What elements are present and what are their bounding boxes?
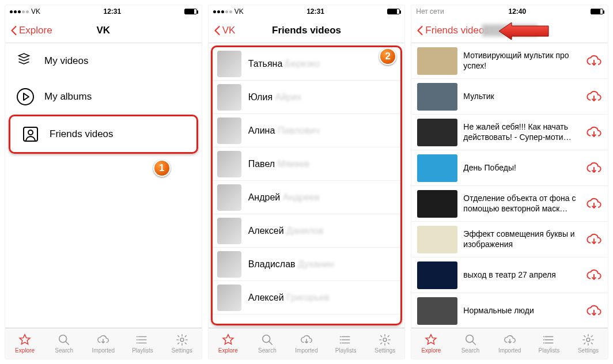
video-list: Мотивирующий мультик про успех! Мультик …	[411, 43, 608, 328]
video-row[interactable]: Эффект совмещения буквы и изображения	[411, 222, 608, 257]
video-row[interactable]: Не жалей себя!!! Как начать действовать!…	[411, 115, 608, 150]
tab-explore[interactable]: Explore	[5, 328, 44, 359]
chevron-left-icon	[416, 25, 424, 36]
tab-settings[interactable]: Settings	[365, 328, 404, 359]
screen-vk-menu: VK 12:31 Explore VK My videos My albums …	[5, 5, 202, 359]
battery-icon	[184, 9, 197, 14]
avatar	[217, 184, 241, 211]
back-label: Explore	[19, 25, 52, 36]
video-title: Мотивирующий мультик про успех!	[463, 51, 580, 71]
friend-name: Татьяна Березко	[248, 59, 320, 69]
avatar	[217, 218, 241, 244]
clock: 12:31	[40, 7, 184, 16]
tab-playlists[interactable]: Playlists	[123, 328, 162, 359]
download-icon[interactable]	[586, 160, 602, 176]
video-row[interactable]: Отделение объекта от фона с помощью вект…	[411, 186, 608, 222]
friend-name: Владислав Духанин	[248, 259, 334, 270]
tab-search[interactable]: Search	[44, 328, 84, 359]
video-title: День Победы!	[463, 163, 580, 173]
download-icon[interactable]	[586, 232, 602, 248]
menu-label: Friends videos	[50, 128, 113, 140]
video-thumbnail	[417, 47, 457, 75]
annotation-badge-1: 1	[153, 160, 171, 177]
tab-settings[interactable]: Settings	[569, 328, 608, 359]
video-title: Нормальные люди	[463, 306, 580, 316]
video-thumbnail	[417, 119, 457, 146]
video-thumbnail	[417, 154, 457, 182]
status-bar: VK 12:31	[5, 5, 202, 18]
avatar	[217, 285, 241, 311]
tab-playlists[interactable]: Playlists	[326, 328, 365, 359]
page-title: Friends videos	[209, 25, 405, 36]
download-icon[interactable]	[586, 53, 602, 69]
video-title: Отделение объекта от фона с помощью вект…	[463, 194, 580, 214]
friend-name: Андрей Андреев	[248, 192, 320, 203]
battery-icon	[591, 9, 603, 14]
download-icon[interactable]	[586, 89, 602, 105]
tab-imported[interactable]: Imported	[490, 328, 529, 359]
status-bar: VK 12:31	[209, 5, 405, 18]
friend-row[interactable]: Алексей Данилов	[213, 214, 401, 248]
avatar	[217, 117, 241, 144]
download-icon[interactable]	[586, 124, 602, 141]
friend-name: Алексей Данилов	[248, 226, 324, 236]
video-thumbnail	[417, 83, 457, 111]
carrier: VK	[31, 7, 40, 16]
friend-row[interactable]: Андрей Андреев	[213, 181, 401, 214]
friend-name: Павел Мякеев	[248, 159, 309, 169]
menu-label: My albums	[44, 91, 92, 103]
video-row[interactable]: День Победы!	[411, 150, 608, 186]
video-thumbnail	[417, 261, 457, 289]
navbar: VK Friends videos	[209, 18, 405, 43]
tab-imported[interactable]: Imported	[287, 328, 326, 359]
stack-icon	[16, 51, 35, 71]
tab-imported[interactable]: Imported	[84, 328, 123, 359]
avatar	[217, 151, 241, 177]
tab-explore[interactable]: Explore	[411, 328, 451, 359]
menu-my-albums[interactable]: My albums	[5, 79, 202, 115]
video-row[interactable]: Мотивирующий мультик про успех!	[411, 43, 608, 79]
navbar: Friends videos ████████	[411, 18, 608, 43]
carrier: VK	[234, 7, 244, 16]
tab-search[interactable]: Search	[248, 328, 287, 359]
download-icon[interactable]	[586, 303, 602, 319]
friend-row[interactable]: Алина Павлович	[213, 114, 401, 147]
avatar	[217, 251, 241, 278]
friend-row[interactable]: Татьяна Березко	[213, 47, 401, 81]
video-row[interactable]: Нормальные люди	[411, 293, 608, 328]
tab-bar: Explore Search Imported Playlists Settin…	[411, 328, 608, 359]
menu-my-videos[interactable]: My videos	[5, 43, 202, 79]
download-icon[interactable]	[586, 196, 602, 212]
download-icon[interactable]	[586, 267, 602, 283]
back-button[interactable]: Friends videos	[416, 25, 489, 36]
menu-friends-videos[interactable]: Friends videos	[9, 115, 198, 154]
friend-row[interactable]: Алексей Григорьев	[213, 281, 401, 314]
avatar	[217, 51, 241, 77]
screen-video-list: Нет сети 12:40 Friends videos ████████ М…	[411, 5, 608, 359]
chevron-left-icon	[10, 25, 18, 36]
friend-name: Юлия Айрих	[248, 92, 301, 103]
video-thumbnail	[417, 190, 457, 218]
tab-explore[interactable]: Explore	[209, 328, 248, 359]
friend-row[interactable]: Владислав Духанин	[213, 248, 401, 281]
back-button[interactable]: Explore	[10, 25, 52, 36]
chevron-left-icon	[213, 25, 221, 36]
video-row[interactable]: выход в театр 27 апреля	[411, 257, 608, 293]
tab-search[interactable]: Search	[451, 328, 490, 359]
clock: 12:31	[244, 7, 388, 16]
video-title: Мультик	[463, 92, 580, 102]
screen-friends-list: VK 12:31 VK Friends videos Татьяна Берез…	[208, 5, 406, 359]
video-title: Не жалей себя!!! Как начать действовать!…	[463, 122, 580, 142]
clock: 12:40	[444, 7, 591, 16]
annotation-arrow	[498, 22, 550, 40]
back-button[interactable]: VK	[213, 25, 236, 36]
friend-row[interactable]: Павел Мякеев	[213, 147, 401, 181]
tab-playlists[interactable]: Playlists	[529, 328, 569, 359]
video-thumbnail	[417, 226, 457, 253]
friend-name: Алексей Григорьев	[248, 293, 330, 303]
menu-label: My videos	[44, 55, 89, 67]
tab-settings[interactable]: Settings	[162, 328, 202, 359]
video-row[interactable]: Мультик	[411, 79, 608, 115]
video-thumbnail	[417, 297, 457, 325]
friend-row[interactable]: Юлия Айрих	[213, 81, 401, 114]
